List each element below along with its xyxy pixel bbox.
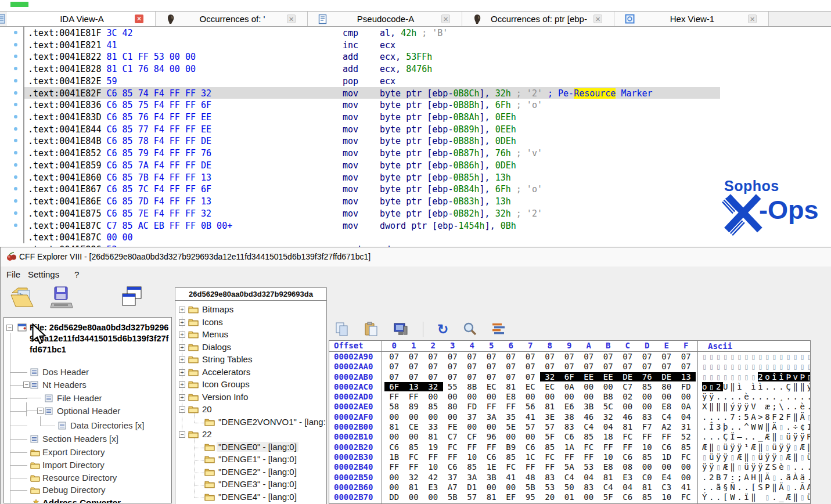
breakpoint-dot[interactable] <box>14 115 17 118</box>
tree-expander-minus[interactable]: − <box>179 431 185 438</box>
hex-row[interactable]: 00002B40FFFF10C6851EFCFFFF5A53E808000000… <box>329 462 810 472</box>
tab-close-icon[interactable]: ✕ <box>593 15 602 23</box>
hex-row[interactable]: 00002B10000081C7CF9600005FC68518FCFFFF52… <box>329 432 810 442</box>
breakpoint-dot[interactable] <box>14 127 17 131</box>
tree-expander-plus[interactable]: + <box>179 319 185 326</box>
menu-help[interactable]: ? <box>74 269 79 279</box>
tree-expander-plus[interactable]: + <box>179 369 185 376</box>
tree-item-debug-directory[interactable]: Debug Directory <box>42 485 105 495</box>
tree-item-nt-headers[interactable]: Nt Headers <box>42 380 87 390</box>
resource-item-9[interactable]: "DENGE2VONVO1" - [lang: <box>218 417 326 427</box>
tree-expander-minus[interactable]: − <box>37 408 44 414</box>
resource-item-4[interactable]: String Tables <box>202 354 252 364</box>
search-icon[interactable] <box>462 322 477 337</box>
breakpoint-dot[interactable] <box>14 79 17 82</box>
tab-occurrences-of-[interactable]: Occurrences of: '✕ <box>156 12 308 26</box>
hex-dump-view[interactable]: Offset0123456789ABCDEFAscii00002A9007070… <box>329 340 811 504</box>
windows-cascade-icon[interactable] <box>120 286 143 309</box>
breakpoint-dot[interactable] <box>14 139 17 142</box>
resource-item-2[interactable]: Menus <box>202 329 228 339</box>
tab-close-icon[interactable]: ✕ <box>441 15 450 23</box>
resource-item-3[interactable]: Dialogs <box>202 342 231 352</box>
report-list-icon[interactable] <box>491 322 506 336</box>
breakpoint-dot[interactable] <box>14 211 17 215</box>
breakpoint-dot[interactable] <box>14 175 17 179</box>
hex-row[interactable]: 00002AA007070707070707070707070707070707… <box>329 362 810 372</box>
tree-expander-minus[interactable]: − <box>179 406 185 413</box>
disasm-line[interactable]: .text:0041E87C C7 85 AC EB FF FF 0B 00+m… <box>0 219 831 232</box>
tree-expander-plus[interactable]: + <box>179 357 185 363</box>
disasm-line[interactable]: .text:0041E822 81 C1 FF 53 00 00addecx, … <box>0 51 831 63</box>
hex-row[interactable]: 00002B301BFCFFFF10C6851CFCFFFF10C6851DFC… <box>329 452 810 462</box>
menu-settings[interactable]: Settings <box>28 269 59 279</box>
hex-row[interactable]: 00002A9007070707070707070707070707070707… <box>329 352 810 362</box>
tree-item-resource-directory[interactable]: Resource Directory <box>42 473 117 483</box>
tree-item-address-converter[interactable]: Address Converter <box>42 498 121 503</box>
tree-expander-plus[interactable]: + <box>179 394 185 401</box>
hex-row[interactable]: 00002AF000000000373A35413E3846324683C404… <box>329 412 810 422</box>
disasm-line[interactable]: .text:0041E81F 3C 42cmpal, 42h ; 'B' <box>0 27 831 39</box>
menu-file[interactable]: File <box>6 269 20 279</box>
disasm-line[interactable]: .text:0041E84B C6 85 78 F4 FF FF DEmovby… <box>0 135 831 147</box>
tree-expander-plus[interactable]: + <box>179 332 185 338</box>
disasm-line[interactable]: .text:0041E836 C6 85 75 F4 FF FF 6Fmovby… <box>0 99 831 111</box>
tree-item-optional-header[interactable]: Optional Header <box>57 406 120 416</box>
breakpoint-dot[interactable] <box>14 199 17 203</box>
breakpoint-dot[interactable] <box>14 224 17 227</box>
disasm-line[interactable]: .text:0041E852 C6 85 79 F4 FF FF 76movby… <box>0 147 831 159</box>
resource-item-12[interactable]: "DENGE1" - [lang:0] <box>218 454 297 464</box>
tree-expander-minus[interactable]: − <box>6 325 13 331</box>
hex-row[interactable]: 00002B50003242373A3B414883C40481E3C0E400… <box>329 473 810 483</box>
hex-row[interactable]: 00002AE058898580FDFFFF5681E63B5C0000E80A… <box>329 402 810 412</box>
tab-close-icon[interactable]: ✕ <box>135 15 143 23</box>
tree-expander-plus[interactable]: + <box>179 307 185 313</box>
tab-close-icon[interactable]: ✕ <box>748 15 757 23</box>
tree-item-file-header[interactable]: File Header <box>57 393 102 403</box>
disasm-line[interactable]: .text:0041E844 C6 85 77 F4 FF FF EEmovby… <box>0 123 831 135</box>
cff-file-tab[interactable]: 26d5629e80aa0bd3d327b929693da <box>175 287 327 301</box>
tree-item-data-directories-x-[interactable]: Data Directories [x] <box>70 420 145 430</box>
resource-item-11[interactable]: "DENGE0" - [lang:0] <box>218 442 298 452</box>
tab-occurrences-of-ptr-ebp-[interactable]: Occurrences of: ptr [ebp-✕ <box>462 12 614 26</box>
tree-expander-plus[interactable]: + <box>179 344 185 351</box>
tree-item-file-root[interactable]: File: 26d5629e80aa0bd3d327b929693da12e11… <box>30 322 169 355</box>
resource-item-8[interactable]: 20 <box>202 404 212 414</box>
disasm-line[interactable]: .text:0041E875 C6 85 7E F4 FF FF 32movby… <box>0 207 831 219</box>
resource-item-15[interactable]: "DENGE4" - [lang:0] <box>218 492 297 502</box>
refresh-icon[interactable]: ↻ <box>437 322 448 336</box>
tab-ida-view-a[interactable]: IDA View-A✕ <box>7 12 156 26</box>
disasm-line[interactable]: .text:0041E82F C6 85 74 F4 FF FF 32movby… <box>0 87 831 99</box>
resource-item-13[interactable]: "DENGE2" - [lang:0] <box>218 467 297 477</box>
hex-row[interactable]: 00002B20C68519FCFFFFB9C6851AFCFFFF10C685… <box>329 442 810 452</box>
disasm-line[interactable]: .text:0041E821 41incecx <box>0 39 831 51</box>
breakpoint-dot[interactable] <box>14 163 17 167</box>
disasm-line[interactable]: .text:0041E87C 00 00 <box>0 231 831 243</box>
tab-pseudocode-a[interactable]: Pseudocode-A✕ <box>308 12 462 26</box>
paste-icon[interactable] <box>364 322 379 337</box>
breakpoint-dot[interactable] <box>14 31 17 34</box>
tree-item-dos-header[interactable]: Dos Header <box>42 367 89 377</box>
resource-item-14[interactable]: "DENGE3" - [lang:0] <box>218 479 297 489</box>
copy-icon[interactable] <box>334 322 350 337</box>
disasm-line[interactable]: .text:0041E83D C6 85 76 F4 FF FF EEmovby… <box>0 111 831 123</box>
disasm-line[interactable]: .text:0041E82E 59popecx <box>0 75 831 87</box>
hex-row[interactable]: 00002B0081CE33FE00005E575783C40481F7A231… <box>329 422 810 432</box>
breakpoint-dot[interactable] <box>14 67 17 70</box>
tab-hex-view-1[interactable]: Hex View-1✕ <box>614 12 769 26</box>
tree-item-import-directory[interactable]: Import Directory <box>42 460 105 470</box>
tree-item-export-directory[interactable]: Export Directory <box>42 447 105 457</box>
breakpoint-dot[interactable] <box>14 91 17 95</box>
resource-item-0[interactable]: Bitmaps <box>202 304 233 314</box>
hex-row[interactable]: 00002AB00707070707070707326FEEEEDE76DE13… <box>329 372 810 382</box>
disasm-line[interactable]: .text:0041E859 C6 85 7A F4 FF FF DEmovby… <box>0 159 831 171</box>
resource-item-6[interactable]: Icon Groups <box>202 379 250 389</box>
disasm-line[interactable]: .text:0041E860 C6 85 7B F4 FF FF 13movby… <box>0 171 831 183</box>
write-device-icon[interactable] <box>393 322 409 337</box>
resource-item-10[interactable]: 22 <box>202 429 212 439</box>
hex-row[interactable]: 00002B70DD00005B5781EF952001005FC68510FC… <box>329 492 810 502</box>
hex-row[interactable]: 00002AD0FFFF00000000E800000000B802000000… <box>329 392 810 402</box>
hex-row[interactable]: 00002AC06F1332558BEC81ECEC0A0000C78580FD… <box>329 382 810 392</box>
tab-close-icon[interactable]: ✕ <box>287 15 296 23</box>
resource-item-1[interactable]: Icons <box>202 317 223 327</box>
disasm-line[interactable]: .text:0041E867 C6 85 7C F4 FF FF 6Fmovby… <box>0 183 831 195</box>
